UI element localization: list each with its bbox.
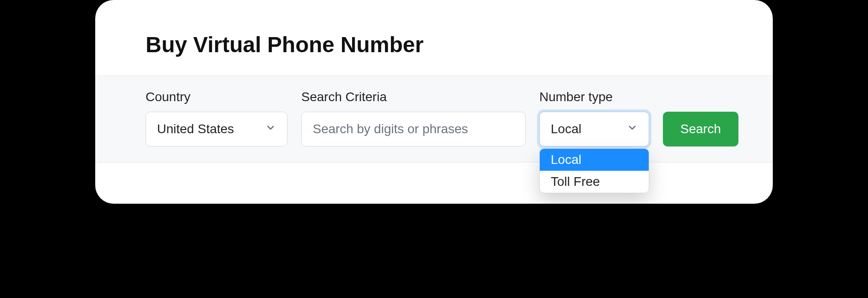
number-type-field-group: Number type Local Local Toll Free	[539, 90, 649, 146]
search-criteria-input-wrapper	[301, 112, 526, 146]
number-type-select-wrapper: Local Local Toll Free	[539, 112, 649, 146]
country-field-group: Country United States	[146, 90, 288, 146]
number-type-dropdown: Local Toll Free	[539, 148, 649, 193]
page-title: Buy Virtual Phone Number	[146, 32, 722, 57]
number-type-option-tollfree[interactable]: Toll Free	[540, 171, 649, 193]
number-type-option-local[interactable]: Local	[540, 149, 649, 171]
search-button[interactable]: Search	[663, 112, 738, 146]
search-criteria-label: Search Criteria	[301, 90, 526, 104]
filter-bar: Country United States Search Criteria Nu…	[95, 76, 773, 163]
country-select-value: United States	[157, 122, 234, 136]
page-card: Buy Virtual Phone Number Country United …	[95, 0, 773, 204]
number-type-select[interactable]: Local	[539, 112, 649, 146]
chevron-down-icon	[627, 122, 638, 136]
number-type-label: Number type	[539, 90, 649, 104]
country-select[interactable]: United States	[146, 112, 288, 146]
search-criteria-input[interactable]	[313, 122, 514, 136]
search-criteria-field-group: Search Criteria	[301, 90, 526, 146]
country-label: Country	[146, 90, 288, 104]
number-type-select-value: Local	[551, 122, 581, 136]
chevron-down-icon	[265, 122, 276, 136]
